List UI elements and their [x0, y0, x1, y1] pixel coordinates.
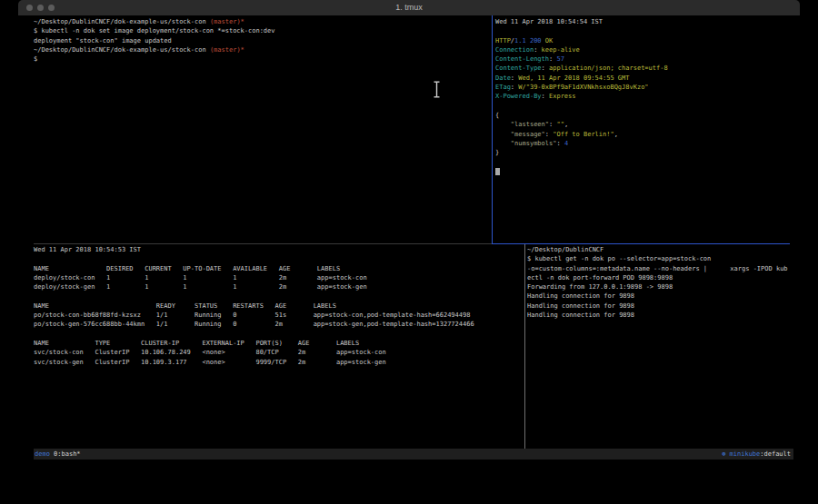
- terminal-line: NAME DESIRED CURRENT UP-TO-DATE AVAILABL…: [34, 264, 524, 273]
- terminal-text: (master)*: [210, 46, 244, 54]
- terminal-text: Handling connection for 9898: [527, 292, 634, 300]
- terminal-text: Handling connection for 9898: [527, 311, 634, 319]
- pane-bottom-left-kubectl-watch[interactable]: Wed 11 Apr 2018 10:54:53 ISTNAME DESIRED…: [18, 245, 524, 447]
- terminal-text: {: [495, 112, 499, 119]
- terminal-line: po/stock-gen-576cc688bb-44kmn 1/1 Runnin…: [34, 320, 524, 329]
- terminal-text: Content-Length: [495, 55, 549, 63]
- terminal-line: demo 0:bash*: [35, 450, 81, 459]
- terminal-line: deploy/stock-gen 1 1 1 1 2m app=stock-ge…: [34, 282, 524, 292]
- pane-bottom-right-port-forward[interactable]: ~/Desktop/DublinCNCF$ kubectl get -n dok…: [526, 245, 800, 447]
- terminal-line: po/stock-con-bb68f88fd-kzsxz 1/1 Running…: [34, 311, 524, 320]
- terminal-line: Content-Type: application/json; charset=…: [495, 64, 800, 73]
- terminal-text: $ kubectl get -n dok po --selector=app=s…: [527, 255, 711, 262]
- terminal-text: "lastseen": [511, 121, 549, 128]
- terminal-text: Date: [495, 74, 511, 82]
- window-title: 1. tmux: [18, 3, 800, 12]
- terminal-line: [34, 330, 524, 339]
- terminal-line: [495, 102, 800, 111]
- terminal-text: :: [556, 140, 564, 147]
- terminal-text: -o=custom-columns=:metadata.name --no-he…: [527, 265, 788, 272]
- terminal-line: Forwarding from 127.0.0.1:9898 -> 9898: [527, 282, 800, 292]
- pane-divider-horizontal-left[interactable]: [34, 243, 492, 244]
- terminal-text: po/stock-con-bb68f88fd-kzsxz 1/1 Running…: [34, 311, 470, 319]
- terminal-line: [495, 167, 800, 176]
- terminal-text: }: [495, 149, 499, 156]
- terminal-text: Wed 11 Apr 2018 10:54:54 IST: [495, 18, 603, 25]
- terminal-text: svc/stock-con ClusterIP 10.106.78.249 <n…: [34, 349, 386, 356]
- terminal-text: ,: [564, 121, 568, 128]
- terminal-line: ~/Desktop/DublinCNCF/dok-example-us/stoc…: [34, 45, 492, 54]
- terminal-text: 1.1 200: [514, 37, 542, 44]
- terminal-text: [495, 121, 511, 128]
- terminal-text: :: [545, 131, 553, 138]
- tmux-status-kube-context: ⊛ minikube:default: [722, 450, 791, 459]
- terminal-text: 4: [564, 140, 568, 147]
- terminal-text: HTTP: [495, 37, 511, 44]
- terminal-text: ectl -n dok port-forward POD 9898:9898: [527, 274, 673, 282]
- terminal-text: "Off to Berlin!": [553, 131, 614, 138]
- pane-top-right-http-response[interactable]: Wed 11 Apr 2018 10:54:54 ISTHTTP/1.1 200…: [494, 17, 800, 244]
- terminal-text: 57: [556, 55, 564, 63]
- window-title-bar[interactable]: 1. tmux: [18, 0, 800, 15]
- terminal-text: Forwarding from 127.0.0.1:9898 -> 9898: [527, 283, 673, 291]
- terminal-text: keep-alive: [542, 46, 580, 54]
- terminal-text: X-Powered-By: [495, 93, 542, 100]
- terminal-text: deploy/stock-con 1 1 1 1 2m app=stock-co…: [34, 274, 367, 282]
- terminal-line: "numsymbols": 4: [495, 139, 800, 148]
- kubernetes-helm-icon: ⊛: [722, 450, 729, 458]
- terminal-line: NAME TYPE CLUSTER-IP EXTERNAL-IP PORT(S)…: [34, 339, 524, 348]
- terminal-text: po/stock-gen-576cc688bb-44kmn 1/1 Runnin…: [34, 321, 474, 328]
- terminal-line: $ kubectl -n dok set image deployment/st…: [34, 26, 492, 35]
- terminal-text: NAME DESIRED CURRENT UP-TO-DATE AVAILABL…: [34, 265, 340, 272]
- terminal-line: NAME READY STATUS RESTARTS AGE LABELS: [34, 301, 524, 311]
- terminal-line: X-Powered-By: Express: [495, 92, 800, 101]
- terminal-line: Content-Length: 57: [495, 54, 800, 64]
- tmux-status-session-window[interactable]: demo 0:bash*: [35, 450, 81, 459]
- terminal-line: deployment "stock-con" image updated: [34, 36, 492, 45]
- terminal-text: deployment "stock-con" image updated: [34, 37, 172, 44]
- terminal-line: Wed 11 Apr 2018 10:54:54 IST: [495, 17, 800, 26]
- terminal-line: {: [495, 111, 800, 120]
- terminal-text: Wed, 11 Apr 2018 09:54:55 GMT: [518, 74, 629, 82]
- terminal-line: [495, 157, 800, 166]
- terminal-text: NAME TYPE CLUSTER-IP EXTERNAL-IP PORT(S)…: [34, 340, 359, 347]
- terminal-line: $: [34, 54, 492, 64]
- terminal-window: 1. tmux ~/Desktop/DublinCNCF/dok-example…: [18, 0, 800, 462]
- terminal-text: Connection: [495, 46, 534, 54]
- terminal-text: svc/stock-gen ClusterIP 10.109.3.177 <no…: [34, 359, 386, 366]
- terminal-text: [495, 131, 511, 138]
- terminal-line: Handling connection for 9898: [527, 311, 800, 320]
- terminal-line: ⊛ minikube:default: [722, 450, 791, 459]
- terminal-line: svc/stock-con ClusterIP 10.106.78.249 <n…: [34, 348, 524, 357]
- terminal-line: [495, 26, 800, 35]
- terminal-text: :: [534, 46, 541, 54]
- terminal-line: Handling connection for 9898: [527, 292, 800, 301]
- terminal-text: :: [542, 64, 549, 72]
- terminal-line: }: [495, 148, 800, 157]
- terminal-text: Handling connection for 9898: [527, 302, 634, 310]
- terminal-text: minikube: [730, 450, 761, 458]
- terminal-text: ~/Desktop/DublinCNCF/dok-example-us/stoc…: [34, 46, 210, 54]
- terminal-line: ectl -n dok port-forward POD 9898:9898: [527, 273, 800, 282]
- terminal-text: W/"39-0xBPf9aF1dXVNkhsxoBQgJ8vKzo": [518, 84, 648, 91]
- terminal-line: Connection: keep-alive: [495, 45, 800, 54]
- terminal-line: -o=custom-columns=:metadata.name --no-he…: [527, 264, 800, 273]
- terminal-text: $ kubectl -n dok set image deployment/st…: [34, 27, 275, 35]
- terminal-text: $: [34, 55, 37, 63]
- pane-top-left-shell[interactable]: ~/Desktop/DublinCNCF/dok-example-us/stoc…: [18, 17, 492, 244]
- pane-divider-vertical-top[interactable]: [492, 15, 493, 244]
- terminal-text: deploy/stock-gen 1 1 1 1 2m app=stock-ge…: [34, 283, 367, 291]
- mouse-cursor-ibeam: [433, 81, 441, 98]
- pane-divider-vertical-bottom[interactable]: [524, 244, 525, 449]
- pane-divider-horizontal-right-active[interactable]: [492, 243, 790, 244]
- terminal-text: "message": [511, 131, 545, 138]
- terminal-text: "": [556, 121, 564, 128]
- terminal-line: ~/Desktop/DublinCNCF: [527, 245, 800, 254]
- terminal-line: ~/Desktop/DublinCNCF/dok-example-us/stoc…: [34, 17, 492, 26]
- terminal-line: deploy/stock-con 1 1 1 1 2m app=stock-co…: [34, 273, 524, 282]
- terminal-text: ETag: [495, 84, 511, 91]
- terminal-line: ETag: W/"39-0xBPf9aF1dXVNkhsxoBQgJ8vKzo": [495, 83, 800, 92]
- terminal-line: [34, 292, 524, 301]
- terminal-text: :: [542, 93, 549, 100]
- text-cursor: [495, 168, 500, 175]
